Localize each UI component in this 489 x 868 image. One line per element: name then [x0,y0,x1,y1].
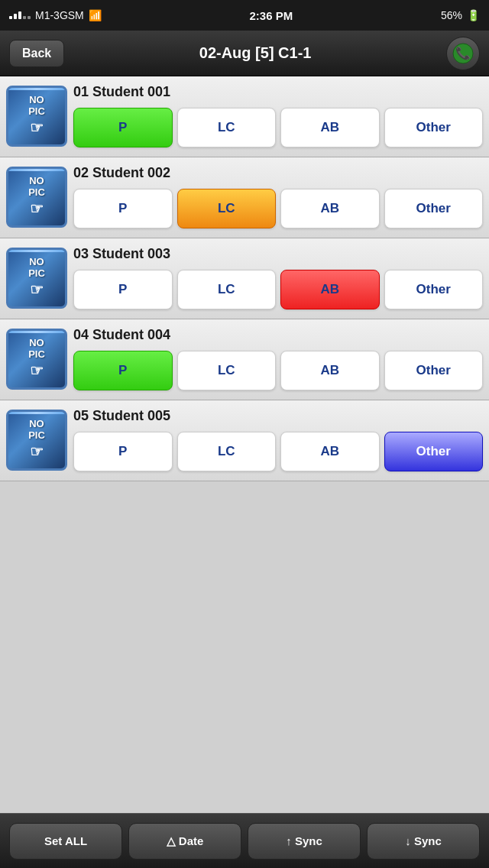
att-btn-ab-04[interactable]: AB [280,351,380,390]
student-main-02: NOPIC☞02 Student 002PLCABOther [6,165,483,228]
back-button[interactable]: Back [9,40,64,67]
status-left: M1-3GSM 📶 [9,9,102,21]
hand-icon: ☞ [30,280,44,299]
student-info-04: 04 Student 004PLCABOther [73,327,483,390]
student-photo-01: NOPIC☞ [6,86,67,147]
carrier-label: M1-3GSM [35,9,84,21]
student-photo-05: NOPIC☞ [6,410,67,471]
hand-icon: ☞ [30,118,44,137]
student-photo-02: NOPIC☞ [6,167,67,228]
att-btn-p-02[interactable]: P [73,189,173,228]
student-name-04: 04 Student 004 [73,327,483,343]
att-btn-ab-01[interactable]: AB [280,108,380,147]
student-name-03: 03 Student 003 [73,246,483,262]
attendance-buttons-03: PLCABOther [73,270,483,309]
student-info-01: 01 Student 001PLCABOther [73,84,483,147]
status-bar: M1-3GSM 📶 2:36 PM 56% 🔋 [0,0,489,31]
set-all-button[interactable]: Set ALL [9,823,122,860]
att-btn-lc-02[interactable]: LC [177,189,277,228]
att-btn-other-04[interactable]: Other [384,351,484,390]
student-main-04: NOPIC☞04 Student 004PLCABOther [6,327,483,390]
battery-icon: 🔋 [467,9,480,21]
att-btn-p-05[interactable]: P [73,432,173,471]
page-title: 02-Aug [5] C1-1 [199,44,312,62]
student-info-05: 05 Student 005PLCABOther [73,408,483,471]
no-pic-text: NOPIC [28,419,45,441]
student-main-05: NOPIC☞05 Student 005PLCABOther [6,408,483,471]
attendance-buttons-05: PLCABOther [73,432,483,471]
hand-icon: ☞ [30,199,44,218]
wifi-icon: 📶 [89,9,102,21]
phone-icon-button[interactable]: 📞 [446,37,480,70]
student-row: NOPIC☞03 Student 003PLCABOther [0,238,489,319]
student-info-02: 02 Student 002PLCABOther [73,165,483,228]
att-btn-lc-05[interactable]: LC [177,432,277,471]
student-row: NOPIC☞05 Student 005PLCABOther [0,400,489,481]
student-photo-03: NOPIC☞ [6,248,67,309]
att-btn-p-03[interactable]: P [73,270,173,309]
no-pic-text: NOPIC [28,176,45,198]
student-row: NOPIC☞04 Student 004PLCABOther [0,319,489,400]
student-info-03: 03 Student 003PLCABOther [73,246,483,309]
att-btn-ab-05[interactable]: AB [280,432,380,471]
student-name-01: 01 Student 001 [73,84,483,100]
hand-icon: ☞ [30,442,44,461]
student-main-01: NOPIC☞01 Student 001PLCABOther [6,84,483,147]
svg-text:📞: 📞 [455,46,471,60]
student-name-02: 02 Student 002 [73,165,483,181]
att-btn-p-01[interactable]: P [73,108,173,147]
phone-icon: 📞 [452,43,474,64]
student-photo-04: NOPIC☞ [6,329,67,390]
nav-bar: Back 02-Aug [5] C1-1 📞 [0,31,489,76]
att-btn-other-03[interactable]: Other [384,270,484,309]
no-pic-text: NOPIC [28,338,45,360]
attendance-buttons-01: PLCABOther [73,108,483,147]
att-btn-ab-03[interactable]: AB [280,270,380,309]
sync-up-button[interactable]: ↑ Sync [248,823,361,860]
student-list: NOPIC☞01 Student 001PLCABOtherNOPIC☞02 S… [0,76,489,481]
status-right: 56% 🔋 [441,9,480,21]
att-btn-other-05[interactable]: Other [384,432,484,471]
battery-label: 56% [441,9,462,21]
no-pic-text: NOPIC [28,95,45,117]
student-row: NOPIC☞02 Student 002PLCABOther [0,157,489,238]
att-btn-lc-03[interactable]: LC [177,270,277,309]
att-btn-ab-02[interactable]: AB [280,189,380,228]
student-main-03: NOPIC☞03 Student 003PLCABOther [6,246,483,309]
att-btn-p-04[interactable]: P [73,351,173,390]
att-btn-other-02[interactable]: Other [384,189,484,228]
status-time: 2:36 PM [250,9,293,22]
att-btn-lc-04[interactable]: LC [177,351,277,390]
attendance-buttons-04: PLCABOther [73,351,483,390]
att-btn-other-01[interactable]: Other [384,108,484,147]
sync-down-button[interactable]: ↓ Sync [367,823,480,860]
attendance-buttons-02: PLCABOther [73,189,483,228]
signal-bars [9,11,31,19]
no-pic-text: NOPIC [28,257,45,279]
bottom-bar: Set ALL △ Date ↑ Sync ↓ Sync [0,813,489,868]
att-btn-lc-01[interactable]: LC [177,108,277,147]
date-button[interactable]: △ Date [128,823,241,860]
student-name-05: 05 Student 005 [73,408,483,424]
hand-icon: ☞ [30,361,44,380]
student-row: NOPIC☞01 Student 001PLCABOther [0,76,489,157]
